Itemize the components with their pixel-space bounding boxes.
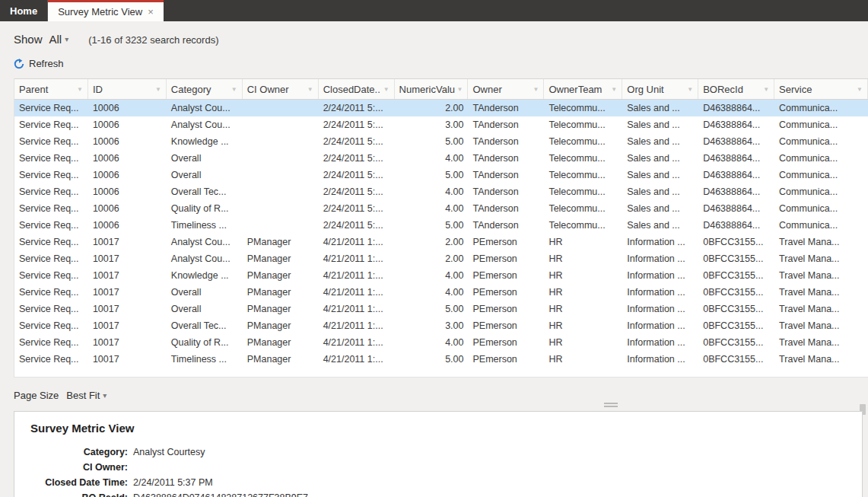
splitter-handle[interactable] (604, 403, 618, 409)
table-cell: 10017 (88, 317, 167, 334)
table-row[interactable]: Service Req...10017Knowledge ...PManager… (14, 267, 868, 284)
table-cell: 4/21/2011 1:... (319, 250, 395, 267)
table-cell: 2/24/2011 5:... (319, 116, 395, 133)
table-cell: Overall (167, 167, 243, 183)
table-cell: 2/24/2011 5:... (319, 217, 395, 234)
table-cell: PEmerson (468, 284, 544, 301)
detail-field-label: Category: (30, 447, 128, 457)
column-header-closed-date[interactable]: ClosedDate..▼ (319, 79, 395, 99)
column-header-numeric-value[interactable]: NumericValu▼ (395, 79, 469, 99)
table-cell: 10006 (88, 133, 167, 150)
table-cell: 2/24/2011 5:... (319, 133, 395, 150)
filter-icon[interactable]: ▼ (611, 86, 617, 93)
table-cell: 10006 (88, 200, 167, 217)
column-header-parent[interactable]: Parent▼ (14, 79, 88, 99)
table-row[interactable]: Service Req...10017Timeliness ...PManage… (14, 351, 868, 368)
table-cell: 2.00 (395, 234, 469, 250)
column-header-owner-team[interactable]: OwnerTeam▼ (544, 79, 622, 99)
chevron-down-icon: ▾ (103, 391, 107, 400)
table-cell: Overall (167, 150, 243, 167)
table-row[interactable]: Service Req...10017Analyst Cou...PManage… (14, 234, 868, 250)
table-cell: 4/21/2011 1:... (319, 334, 395, 351)
table-cell (243, 183, 319, 200)
table-row[interactable]: Service Req...10017OverallPManager4/21/2… (14, 284, 868, 301)
table-cell: TAnderson (468, 217, 544, 234)
table-row[interactable]: Service Req...10006Knowledge ...2/24/201… (14, 133, 868, 150)
table-row[interactable]: Service Req...10006Overall2/24/2011 5:..… (14, 167, 868, 183)
table-row[interactable]: Service Req...10017Quality of R...PManag… (14, 334, 868, 351)
table-cell: 0BFCC3155... (698, 317, 774, 334)
column-header-bo-recid[interactable]: BORecId▼ (698, 79, 774, 99)
table-cell: 2/24/2011 5:... (319, 150, 395, 167)
table-cell: Service Req... (14, 351, 88, 368)
table-row[interactable]: Service Req...10017OverallPManager4/21/2… (14, 301, 868, 317)
table-cell: Information ... (622, 250, 698, 267)
column-header-category[interactable]: Category▼ (167, 79, 243, 99)
detail-fields: Category:Analyst CourtesyCI Owner:Closed… (30, 444, 862, 497)
table-row[interactable]: Service Req...10006Analyst Cou...2/24/20… (14, 116, 868, 133)
filter-icon[interactable]: ▼ (687, 86, 693, 93)
table-cell: Analyst Cou... (167, 250, 243, 267)
column-header-service[interactable]: Service▼ (774, 79, 868, 99)
filter-icon[interactable]: ▼ (383, 86, 389, 93)
table-cell: Service Req... (14, 200, 88, 217)
table-cell: Analyst Cou... (167, 234, 243, 250)
table-cell (243, 167, 319, 183)
table-cell: Overall (167, 301, 243, 317)
table-cell: PManager (243, 250, 319, 267)
table-row[interactable]: Service Req...10006Quality of R...2/24/2… (14, 200, 868, 217)
table-cell: Travel Mana... (774, 334, 868, 351)
table-row[interactable]: Service Req...10017Overall Tec...PManage… (14, 317, 868, 334)
filter-icon[interactable]: ▼ (763, 86, 769, 93)
table-row[interactable]: Service Req...10006Timeliness ...2/24/20… (14, 217, 868, 234)
table-cell: Sales and ... (622, 100, 698, 116)
column-header-ci-owner[interactable]: CI Owner▼ (243, 79, 319, 99)
refresh-icon (14, 59, 24, 69)
table-cell (243, 200, 319, 217)
table-cell: PManager (243, 351, 319, 368)
table-cell: Communica... (774, 100, 868, 116)
column-header-id[interactable]: ID▼ (88, 79, 167, 99)
tab-home[interactable]: Home (0, 0, 48, 21)
table-row[interactable]: Service Req...10006Overall Tec...2/24/20… (14, 183, 868, 200)
column-label: Category (171, 84, 230, 95)
filter-icon[interactable]: ▼ (77, 86, 83, 93)
table-cell: 4/21/2011 1:... (319, 351, 395, 368)
column-header-owner[interactable]: Owner▼ (468, 79, 544, 99)
refresh-button[interactable]: Refresh (14, 58, 64, 69)
filter-icon[interactable]: ▼ (457, 86, 463, 93)
table-cell: Communica... (774, 150, 868, 167)
table-cell: Service Req... (14, 150, 88, 167)
column-label: NumericValu (399, 84, 456, 95)
table-cell: Service Req... (14, 317, 88, 334)
table-cell: 10017 (88, 284, 167, 301)
table-cell: Communica... (774, 133, 868, 150)
filter-icon[interactable]: ▼ (307, 86, 313, 93)
table-cell: 10006 (88, 217, 167, 234)
close-tab-icon[interactable]: × (148, 7, 154, 17)
table-cell: Service Req... (14, 234, 88, 250)
table-cell: Telecommu... (544, 200, 622, 217)
show-dropdown[interactable]: All ▾ (49, 33, 69, 46)
column-header-org-unit[interactable]: Org Unit▼ (622, 79, 698, 99)
detail-field: CI Owner: (30, 460, 862, 475)
page-size-dropdown[interactable]: Best Fit ▾ (66, 390, 107, 401)
table-cell: Communica... (774, 116, 868, 133)
filter-icon[interactable]: ▼ (155, 86, 161, 93)
filter-icon[interactable]: ▼ (857, 86, 863, 93)
filter-icon[interactable]: ▼ (231, 86, 237, 93)
table-cell: PEmerson (468, 317, 544, 334)
table-row[interactable]: Service Req...10006Analyst Cou...2/24/20… (14, 100, 868, 116)
column-label: CI Owner (247, 84, 306, 95)
table-row[interactable]: Service Req...10017Analyst Cou...PManage… (14, 250, 868, 267)
table-cell: HR (544, 284, 622, 301)
filter-icon[interactable]: ▼ (533, 86, 539, 93)
table-cell: 0BFCC3155... (698, 250, 774, 267)
table-cell: TAnderson (468, 150, 544, 167)
table-row[interactable]: Service Req...10006Overall2/24/2011 5:..… (14, 150, 868, 167)
tab-survey-metric-view[interactable]: Survey Metric View × (48, 0, 164, 21)
table-cell: TAnderson (468, 100, 544, 116)
show-label: Show (14, 33, 43, 46)
table-cell: 2/24/2011 5:... (319, 167, 395, 183)
table-cell: Travel Mana... (774, 267, 868, 284)
